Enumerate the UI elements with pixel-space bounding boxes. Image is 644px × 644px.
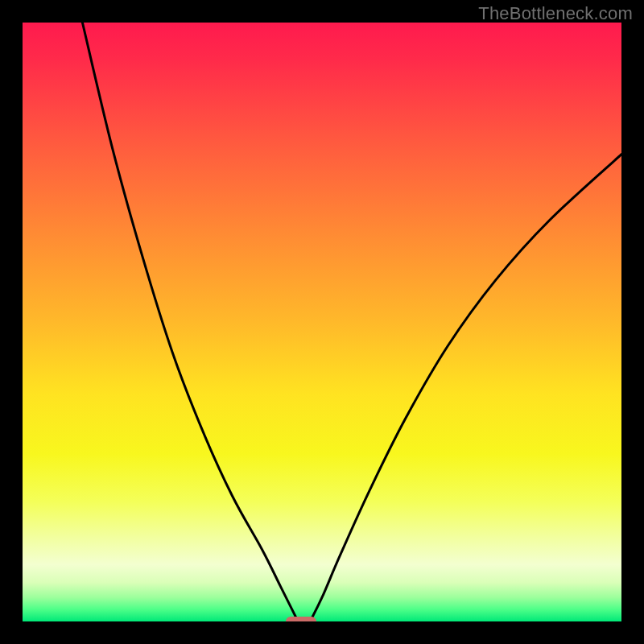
curve-left-branch [82, 23, 298, 621]
curve-right-branch [310, 155, 621, 621]
plot-area [23, 23, 621, 621]
watermark-text: TheBottleneck.com [478, 3, 633, 24]
optimal-marker [286, 617, 316, 621]
curve-layer [23, 23, 621, 621]
chart-frame: TheBottleneck.com [0, 0, 644, 644]
